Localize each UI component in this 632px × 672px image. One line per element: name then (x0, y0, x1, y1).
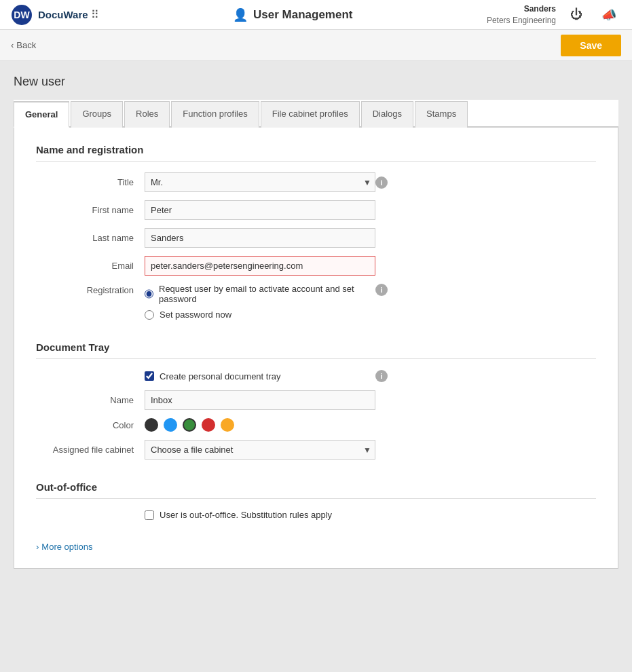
assigned-cabinet-control: Choose a file cabinet ▼ (145, 440, 375, 460)
registration-row: Registration Request user by email to ac… (36, 284, 596, 320)
color-black[interactable] (145, 418, 158, 432)
title-select-wrapper: Mr. Ms. Dr. Prof. ▼ (145, 172, 375, 192)
grid-icon[interactable]: ⠿ (91, 8, 99, 21)
assigned-cabinet-select[interactable]: Choose a file cabinet (145, 440, 375, 460)
radio-email-label[interactable]: Request user by email to activate accoun… (159, 284, 375, 304)
chevron-down-icon: › (36, 542, 39, 552)
section-name-registration: Name and registration Title Mr. Ms. Dr. … (36, 144, 596, 320)
section-out-of-office: Out-of-office User is out-of-office. Sub… (36, 481, 596, 520)
page-content: New user General Groups Roles Function p… (0, 61, 632, 672)
radio-email[interactable] (145, 289, 153, 299)
tab-groups[interactable]: Groups (71, 101, 123, 128)
tray-name-input[interactable] (145, 390, 375, 410)
registration-label: Registration (36, 284, 145, 295)
oof-checkbox[interactable] (145, 510, 154, 520)
tab-function-profiles[interactable]: Function profiles (171, 101, 259, 128)
color-yellow[interactable] (221, 418, 234, 432)
back-arrow-icon: ‹ (11, 40, 14, 50)
title-info-icon: i (375, 176, 388, 189)
create-tray-row: Create personal document tray i (36, 370, 596, 382)
user-mgmt-icon: 👤 (233, 7, 248, 22)
tray-name-label: Name (36, 395, 145, 405)
back-button[interactable]: ‹ Back (11, 40, 36, 50)
docuware-logo-icon: DW (11, 4, 33, 26)
power-button[interactable]: ⏻ (564, 3, 589, 27)
color-label: Color (36, 420, 145, 430)
color-row: Color (36, 418, 596, 432)
radio-password[interactable] (145, 310, 154, 320)
last-name-row: Last name (36, 228, 596, 248)
tab-dialogs[interactable]: Dialogs (361, 101, 413, 128)
section-name-title: Name and registration (36, 144, 596, 162)
toolbar: ‹ Back Save (0, 30, 632, 61)
radio-item-password: Set password now (145, 310, 375, 320)
last-name-label: Last name (36, 233, 145, 243)
registration-radio-group: Request user by email to activate accoun… (145, 284, 375, 320)
tab-stamps[interactable]: Stamps (415, 101, 468, 128)
color-blue[interactable] (164, 418, 177, 432)
section-document-tray-title: Document Tray (36, 341, 596, 359)
oof-control: User is out-of-office. Substitution rule… (145, 510, 375, 520)
section-oof-title: Out-of-office (36, 481, 596, 499)
first-name-row: First name (36, 200, 596, 220)
first-name-input[interactable] (145, 200, 375, 220)
registration-control: Request user by email to activate accoun… (145, 284, 375, 320)
save-button[interactable]: Save (561, 35, 621, 56)
email-row: Email (36, 256, 596, 276)
create-tray-checkbox-label[interactable]: Create personal document tray (160, 371, 280, 381)
last-name-control (145, 228, 375, 248)
color-green[interactable] (183, 418, 196, 432)
color-dots (145, 418, 375, 432)
logo: DW DocuWare (11, 4, 88, 26)
header-right: Sanders Peters Engineering ⏻ 📣 (487, 3, 621, 27)
app-header: DW DocuWare ⠿ 👤 User Management Sanders … (0, 0, 632, 30)
create-tray-control: Create personal document tray (145, 371, 375, 381)
tab-roles[interactable]: Roles (124, 101, 170, 128)
page-title: New user (14, 75, 618, 89)
title-select[interactable]: Mr. Ms. Dr. Prof. (145, 172, 375, 192)
title-control: Mr. Ms. Dr. Prof. ▼ (145, 172, 375, 192)
email-label: Email (36, 261, 145, 271)
color-control (145, 418, 375, 432)
last-name-input[interactable] (145, 228, 375, 248)
assigned-cabinet-row: Assigned file cabinet Choose a file cabi… (36, 440, 596, 460)
oof-checkbox-item: User is out-of-office. Substitution rule… (145, 510, 375, 520)
radio-item-email: Request user by email to activate accoun… (145, 284, 375, 304)
tray-name-row: Name (36, 390, 596, 410)
radio-password-label[interactable]: Set password now (160, 310, 231, 320)
assigned-cabinet-select-wrapper: Choose a file cabinet ▼ (145, 440, 375, 460)
notifications-button[interactable]: 📣 (597, 3, 621, 27)
tab-file-cabinet-profiles[interactable]: File cabinet profiles (261, 101, 360, 128)
tray-name-control (145, 390, 375, 410)
section-document-tray: Document Tray Create personal document t… (36, 341, 596, 460)
form-container: Name and registration Title Mr. Ms. Dr. … (14, 128, 618, 569)
tab-bar: General Groups Roles Function profiles F… (14, 100, 618, 128)
svg-text:DW: DW (14, 10, 30, 20)
assigned-cabinet-label: Assigned file cabinet (36, 445, 145, 455)
create-tray-checkbox[interactable] (145, 371, 154, 381)
title-row: Title Mr. Ms. Dr. Prof. ▼ i (36, 172, 596, 192)
tab-general[interactable]: General (14, 101, 69, 128)
color-red[interactable] (202, 418, 215, 432)
create-tray-checkbox-item: Create personal document tray (145, 371, 375, 381)
registration-info-icon: i (375, 284, 388, 296)
oof-row: User is out-of-office. Substitution rule… (36, 510, 596, 520)
email-control (145, 256, 375, 276)
header-title: 👤 User Management (99, 7, 487, 22)
user-info: Sanders Peters Engineering (487, 3, 556, 26)
logo-text: DocuWare (38, 9, 88, 20)
create-tray-info-icon: i (375, 370, 388, 382)
first-name-label: First name (36, 205, 145, 215)
email-input[interactable] (145, 256, 375, 276)
more-options-button[interactable]: › More options (36, 542, 93, 552)
more-options-row: › More options (36, 542, 596, 552)
title-label: Title (36, 177, 145, 187)
oof-checkbox-label[interactable]: User is out-of-office. Substitution rule… (160, 510, 332, 520)
first-name-control (145, 200, 375, 220)
